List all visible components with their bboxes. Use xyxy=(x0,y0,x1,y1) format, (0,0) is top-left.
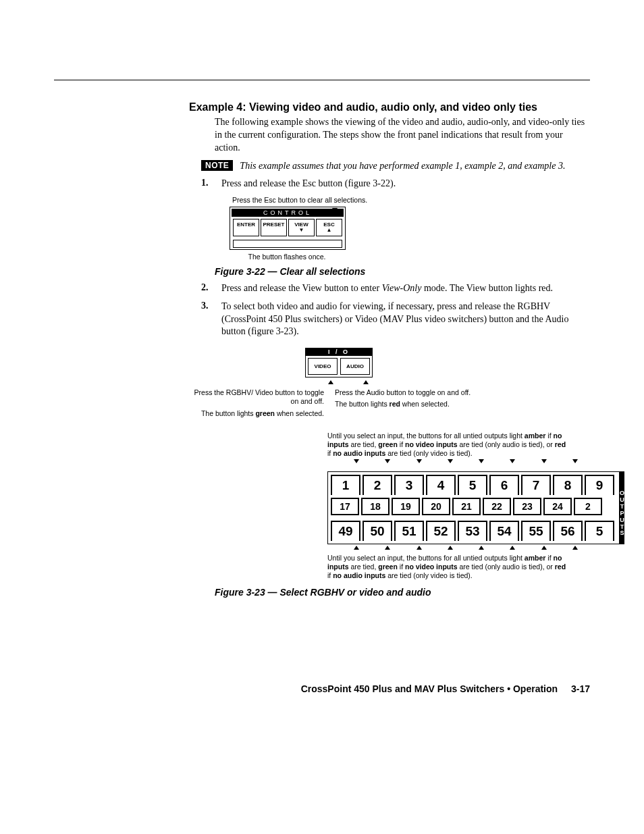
output-indication-top: Until you select an input, the buttons f… xyxy=(327,432,570,458)
io-panel: I / O VIDEO AUDIO xyxy=(304,346,374,379)
step-num: 1. xyxy=(201,178,221,188)
step-3: 3. To select both video and audio for vi… xyxy=(201,301,590,339)
note-row: NOTE This example assumes that you have … xyxy=(201,160,590,172)
output-button[interactable]: 7 xyxy=(521,475,551,495)
output-button[interactable]: 20 xyxy=(422,498,450,515)
output-button[interactable]: 56 xyxy=(553,521,583,541)
view-button[interactable]: VIEW ▼ xyxy=(288,219,315,236)
top-rule xyxy=(54,80,590,80)
step-2: 2. Press and release the View button to … xyxy=(201,282,590,295)
output-button[interactable]: 2 xyxy=(363,475,392,495)
outputs-side-label: OUTPUTS xyxy=(620,471,624,544)
video-callout: Press the RGBHV/ Video button to toggle … xyxy=(189,388,329,417)
control-panel: CONTROL ENTER PRESET VIEW ▼ ESC ▲ xyxy=(230,207,346,250)
audio-button[interactable]: AUDIO xyxy=(340,358,370,375)
output-button[interactable]: 50 xyxy=(363,521,392,541)
step-text: Press and release the Esc button (figure… xyxy=(221,178,590,190)
output-button[interactable]: 19 xyxy=(392,498,420,515)
output-button[interactable]: 51 xyxy=(394,521,424,541)
output-button[interactable]: 22 xyxy=(483,498,511,515)
section-heading: Example 4: Viewing video and audio, audi… xyxy=(189,101,590,113)
output-row-1: 1 2 3 4 5 6 7 8 9 xyxy=(331,475,616,495)
output-button[interactable]: 6 xyxy=(489,475,519,495)
note-badge: NOTE xyxy=(201,160,233,171)
output-button[interactable]: 8 xyxy=(553,475,583,495)
output-button[interactable]: 24 xyxy=(543,498,572,515)
output-button[interactable]: 1 xyxy=(331,475,360,495)
output-button[interactable]: 18 xyxy=(361,498,390,515)
step-text: To select both video and audio for viewi… xyxy=(221,301,590,339)
video-button[interactable]: VIDEO xyxy=(308,358,338,375)
page-number: 3-17 xyxy=(571,683,590,694)
control-header: CONTROL xyxy=(232,209,344,217)
output-button[interactable]: 52 xyxy=(426,521,456,541)
figure-3-22: Press the Esc button to clear all select… xyxy=(230,196,590,261)
output-button[interactable]: 17 xyxy=(331,498,359,515)
audio-callout: Press the Audio button to toggle on and … xyxy=(329,388,483,417)
fig22-caption: Figure 3-22 — Clear all selections xyxy=(215,266,590,277)
output-button[interactable]: 21 xyxy=(452,498,481,515)
figure-3-23: I / O VIDEO AUDIO Press the RGBHV/ Video… xyxy=(189,346,590,580)
note-text: This example assumes that you have perfo… xyxy=(240,160,590,172)
output-button[interactable]: 23 xyxy=(513,498,541,515)
arrow-connectors-bottom xyxy=(327,544,604,551)
output-row-2: 17 18 19 20 21 22 23 24 2 xyxy=(331,498,616,518)
output-button[interactable]: 53 xyxy=(458,521,487,541)
output-button[interactable]: 3 xyxy=(394,475,424,495)
output-button[interactable]: 55 xyxy=(521,521,551,541)
io-arrow-connectors xyxy=(304,380,393,384)
outputs-panel: 1 2 3 4 5 6 7 8 9 17 18 19 20 xyxy=(327,471,591,544)
output-button[interactable]: 5 xyxy=(458,475,487,495)
fig22-bottom-label: The button flashes once. xyxy=(230,253,344,261)
output-button[interactable]: 2 xyxy=(574,498,602,515)
step-num: 3. xyxy=(201,301,221,311)
fig22-top-label: Press the Esc button to clear all select… xyxy=(232,196,590,204)
output-button[interactable]: 49 xyxy=(331,521,360,541)
footer-title: CrossPoint 450 Plus and MAV Plus Switche… xyxy=(301,683,558,694)
enter-button[interactable]: ENTER xyxy=(233,219,259,236)
arrow-up-icon xyxy=(363,380,369,384)
io-header: I / O xyxy=(305,348,373,356)
output-button[interactable]: 9 xyxy=(585,475,614,495)
output-indication-bottom: Until you select an input, the buttons f… xyxy=(327,554,570,580)
led-strip xyxy=(233,240,342,248)
step-num: 2. xyxy=(201,282,221,293)
fig23-caption: Figure 3-23 — Select RGBHV or video and … xyxy=(215,587,590,598)
step-1: 1. Press and release the Esc button (fig… xyxy=(201,178,590,190)
arrow-down-icon xyxy=(332,203,338,215)
arrow-up-icon xyxy=(328,380,333,384)
triangle-up-icon: ▲ xyxy=(317,228,342,233)
preset-button[interactable]: PRESET xyxy=(261,219,287,236)
arrow-connectors-top xyxy=(327,458,604,465)
esc-button[interactable]: ESC ▲ xyxy=(316,219,342,236)
output-button[interactable]: 5 xyxy=(585,521,614,541)
output-button[interactable]: 54 xyxy=(489,521,519,541)
page-footer: CrossPoint 450 Plus and MAV Plus Switche… xyxy=(301,683,590,694)
output-button[interactable]: 4 xyxy=(426,475,456,495)
output-row-3: 49 50 51 52 53 54 55 56 5 xyxy=(331,521,616,541)
step-text: Press and release the View button to ent… xyxy=(221,282,590,295)
triangle-down-icon: ▼ xyxy=(289,228,314,233)
intro-paragraph: The following example shows the viewing … xyxy=(215,116,590,155)
